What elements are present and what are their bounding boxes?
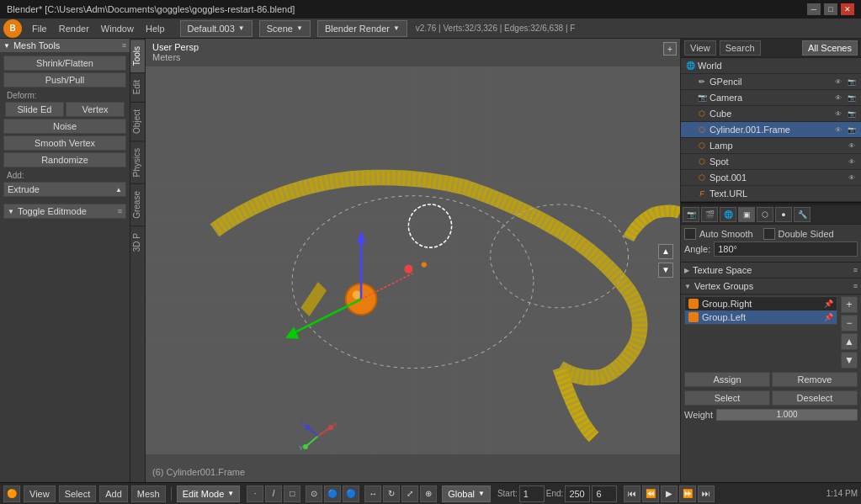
menu-file[interactable]: File	[27, 20, 52, 37]
edit-mode-dropdown[interactable]: Edit Mode ▼	[177, 485, 240, 502]
workspace-selector[interactable]: Default.003 ▼	[180, 20, 252, 37]
remove-button[interactable]: Remove	[772, 372, 858, 387]
vertex-button[interactable]: Vertex	[66, 102, 125, 117]
vg-move-down-button[interactable]: ▼	[841, 352, 858, 369]
scene-selector[interactable]: Scene ▼	[259, 20, 311, 37]
view-tab[interactable]: View	[684, 40, 716, 56]
vertex-mode-icon[interactable]: ·	[247, 485, 263, 502]
vtab-edit[interactable]: Edit	[130, 72, 145, 101]
face-mode-icon[interactable]: □	[284, 485, 300, 502]
frame-start-icon[interactable]: ⏮	[624, 485, 640, 502]
assign-button[interactable]: Assign	[684, 372, 770, 387]
texture-space-header[interactable]: ▶ Texture Space ≡	[681, 263, 861, 279]
gpencil-render[interactable]: 📷	[846, 76, 858, 88]
snap-icon[interactable]: 🔵	[324, 485, 341, 502]
weight-bar[interactable]: 1.000	[716, 409, 858, 421]
search-tab[interactable]: Search	[720, 40, 761, 56]
prop-tab-object[interactable]: ▣	[738, 207, 755, 222]
start-value[interactable]: 1	[519, 485, 545, 502]
double-sided-checkbox[interactable]	[763, 228, 775, 240]
noise-button[interactable]: Noise	[3, 119, 126, 134]
maximize-button[interactable]: □	[824, 3, 837, 15]
edge-mode-icon[interactable]: /	[265, 485, 282, 502]
outliner-item-camera[interactable]: 📷 Camera 👁 📷	[681, 90, 861, 106]
outliner-item-gpencil[interactable]: ✏ GPencil 👁 📷	[681, 74, 861, 90]
vg-add-button[interactable]: +	[841, 296, 858, 313]
shrink-flatten-button[interactable]: Shrink/Flatten	[3, 56, 126, 71]
vg-item-left[interactable]: Group.Left 📌	[685, 310, 837, 324]
vtab-3dp[interactable]: 3D P	[130, 225, 145, 258]
frame-value[interactable]: 6	[592, 485, 617, 502]
play-icon[interactable]: ▶	[661, 485, 678, 502]
prop-tab-world[interactable]: 🌐	[720, 207, 736, 222]
frame-prev-icon[interactable]: ⏪	[642, 485, 659, 502]
cube-visible[interactable]: 👁	[832, 108, 844, 119]
angle-field[interactable]: 180°	[714, 241, 858, 257]
slide-edge-button[interactable]: Slide Ed	[5, 102, 64, 117]
viewport[interactable]: User Persp Meters +	[146, 39, 680, 482]
spot-visible[interactable]: 👁	[846, 156, 858, 167]
render-engine-selector[interactable]: Blender Render ▼	[317, 20, 407, 37]
end-value[interactable]: 250	[565, 485, 590, 502]
smooth-vertex-button[interactable]: Smooth Vertex	[3, 135, 126, 151]
randomize-button[interactable]: Randomize	[3, 152, 126, 167]
deselect-button[interactable]: Deselect	[772, 390, 858, 406]
menu-help[interactable]: Help	[141, 20, 170, 37]
extrude-selector[interactable]: Extrude ▲	[3, 182, 126, 197]
status-blender-icon[interactable]: 🟠	[3, 485, 20, 502]
prop-tab-modifier[interactable]: 🔧	[794, 207, 811, 222]
cylinder-render[interactable]: 📷	[846, 124, 858, 135]
spot001-visible[interactable]: 👁	[846, 172, 858, 183]
move-icon[interactable]: ↔	[364, 485, 381, 502]
all-scenes-tab[interactable]: All Scenes	[802, 40, 858, 56]
push-pull-button[interactable]: Push/Pull	[3, 72, 126, 88]
global-dropdown[interactable]: Global ▼	[442, 485, 491, 502]
close-button[interactable]: ✕	[841, 3, 854, 15]
magnet-icon[interactable]: 🔵	[343, 485, 359, 502]
toggle-editmode-button[interactable]: ▼ Toggle Editmode ≡	[3, 204, 126, 219]
vtab-tools[interactable]: Tools	[130, 39, 145, 72]
camera-visible[interactable]: 👁	[832, 92, 844, 103]
outliner-item-world[interactable]: 🌐 World	[681, 58, 861, 74]
mesh-tools-title[interactable]: ▼ Mesh Tools ≡	[0, 39, 130, 52]
rotate-icon[interactable]: ↻	[383, 485, 400, 502]
camera-render[interactable]: 📷	[846, 92, 858, 103]
menu-render[interactable]: Render	[54, 20, 94, 37]
vg-remove-button[interactable]: −	[841, 315, 858, 332]
scale-icon[interactable]: ⤢	[401, 485, 418, 502]
add-menu-button[interactable]: Add	[99, 485, 128, 502]
outliner-item-lamp[interactable]: ⬡ Lamp 👁	[681, 138, 861, 154]
prop-tab-material[interactable]: ●	[775, 207, 792, 222]
lamp-visible[interactable]: 👁	[846, 140, 858, 151]
outliner-item-cube[interactable]: ⬡ Cube 👁 📷	[681, 106, 861, 122]
nav-up[interactable]: ▲	[658, 244, 673, 259]
prop-tab-render[interactable]: 📷	[683, 207, 699, 222]
prop-tab-mesh[interactable]: ⬡	[757, 207, 773, 222]
outliner-item-spot[interactable]: ⬡ Spot 👁	[681, 154, 861, 170]
outliner-item-texturl[interactable]: F Text.URL	[681, 186, 861, 202]
frame-next-icon[interactable]: ⏩	[679, 485, 696, 502]
vtab-grease[interactable]: Grease	[130, 183, 145, 225]
menu-window[interactable]: Window	[96, 20, 139, 37]
vertex-groups-header[interactable]: ▼ Vertex Groups ≡	[681, 279, 861, 294]
vtab-physics[interactable]: Physics	[130, 141, 145, 183]
proportional-icon[interactable]: ⊙	[306, 485, 322, 502]
vg-move-up-button[interactable]: ▲	[841, 333, 858, 350]
nav-down[interactable]: ▼	[658, 263, 673, 278]
auto-smooth-checkbox[interactable]	[684, 228, 696, 240]
minimize-button[interactable]: ─	[807, 3, 821, 15]
mesh-menu-button[interactable]: Mesh	[131, 485, 166, 502]
outliner-item-cylinder[interactable]: ⬡ Cylinder.001.Frame 👁 📷	[681, 122, 861, 138]
prop-tab-scene[interactable]: 🎬	[701, 207, 718, 222]
outliner-item-spot001[interactable]: ⬡ Spot.001 👁	[681, 170, 861, 186]
transform-icon[interactable]: ⊕	[420, 485, 437, 502]
select-menu-button[interactable]: Select	[59, 485, 97, 502]
cube-render[interactable]: 📷	[846, 108, 858, 119]
vtab-object[interactable]: Object	[130, 102, 145, 141]
gpencil-visible[interactable]: 👁	[832, 76, 844, 88]
select-button[interactable]: Select	[684, 390, 770, 406]
view-menu-button[interactable]: View	[24, 485, 56, 502]
frame-end-icon[interactable]: ⏭	[698, 485, 715, 502]
vg-item-right[interactable]: Group.Right 📌	[685, 297, 837, 310]
cylinder-visible[interactable]: 👁	[832, 124, 844, 135]
